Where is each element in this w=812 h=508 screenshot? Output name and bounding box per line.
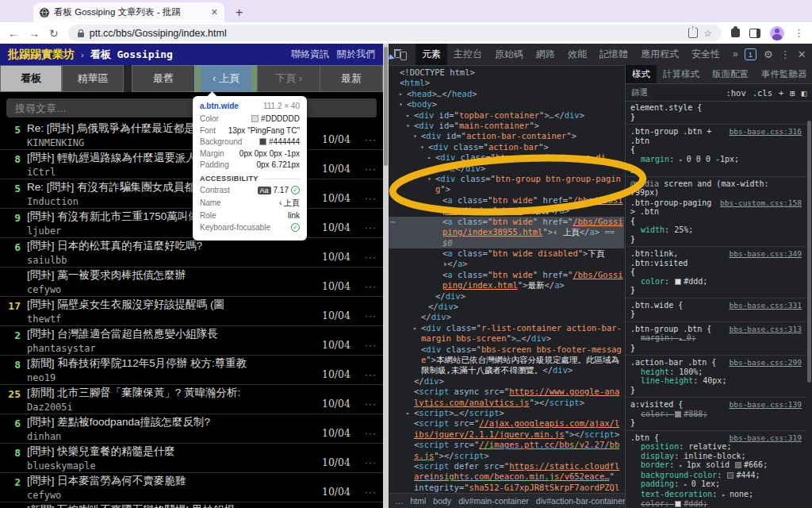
browser-tab[interactable]: 看板 Gossiping 文章列表 - 批踢 ✕ <box>33 2 224 22</box>
address-bar[interactable]: ptt.cc/bbs/Gossiping/index.html ☆ <box>68 25 722 41</box>
dom-tree-line[interactable]: <script async src="https://www.google-an… <box>389 387 624 408</box>
devtools-tab[interactable]: 原始碼 <box>488 44 530 65</box>
post-row[interactable]: 8[問卦] 輕軌經過路線為什麼還要派人指揮交iCtrl10/04··· <box>0 150 383 179</box>
styles-tab[interactable]: 樣式 <box>626 65 657 83</box>
devtools-tab[interactable]: » <box>726 44 745 65</box>
console-message-badge[interactable]: 1 <box>745 48 756 60</box>
tree-toggle-icon[interactable]: ▾ <box>399 99 403 110</box>
tree-toggle-icon[interactable]: ▸ <box>413 323 417 333</box>
dom-tree-line[interactable]: </div> <box>389 376 624 387</box>
css-rule[interactable]: element.style {} <box>626 101 806 125</box>
post-more-icon[interactable]: ··· <box>365 340 377 351</box>
post-more-icon[interactable]: ··· <box>365 398 377 410</box>
css-property[interactable]: padding: ▸ 0 1ex; <box>630 479 802 490</box>
css-property[interactable]: margin: ▸ 0; <box>630 333 802 344</box>
url-text[interactable]: ptt.cc/bbs/Gossiping/index.html <box>90 28 684 39</box>
dom-tree[interactable]: <!DOCTYPE html><html>▸<head>…</head>▾<bo… <box>389 67 624 494</box>
stylesheet-link[interactable]: bbs-base.css:319 <box>729 433 802 443</box>
post-more-icon[interactable]: ··· <box>365 222 377 233</box>
reload-icon[interactable]: ↻ <box>49 27 59 40</box>
stylesheet-link[interactable]: bbs-base.css:316 <box>729 127 802 137</box>
dom-tree-line[interactable]: ▸<script>…</script> <box>389 408 624 418</box>
post-row[interactable]: 9[問卦] 有沒有新北市三重1750萬叫做小資?ljuber10/04··· <box>0 209 383 238</box>
tree-toggle-icon[interactable]: ▾ <box>413 131 417 141</box>
css-rules[interactable]: element.style {}.btn-group .btn + .btnbb… <box>626 101 806 508</box>
styles-tab[interactable]: 版面配置 <box>706 65 755 83</box>
css-property[interactable]: position: relative; <box>630 442 802 452</box>
css-rule[interactable]: .btn-group .btn {bbs-base.css:313margin:… <box>626 322 806 356</box>
css-rule[interactable]: a:visited {bbs-base.css:139color: #888;} <box>626 398 806 431</box>
stylesheet-link[interactable]: bbs-base.css:299 <box>729 358 802 368</box>
stylesheet-link[interactable]: bbs-base.css:349 <box>729 249 802 259</box>
devtools-tab[interactable]: 應用程式 <box>634 44 685 65</box>
dom-tree-line[interactable]: <html> <box>389 78 624 88</box>
dom-tree-line[interactable]: ▸<div class="r-list-container action-bar… <box>389 323 624 344</box>
css-property[interactable]: margin: ▸ 0 0 0 -1px; <box>630 155 802 165</box>
css-rule[interactable]: .btn {bbs-base.css:319position: relative… <box>626 431 806 508</box>
stylesheet-link[interactable]: bbs-custom.css:158 <box>720 198 802 208</box>
tree-toggle-icon[interactable]: ▾ <box>406 121 410 131</box>
dom-tree-line[interactable]: <script src="//images.ptt.cc/bbs/v2.27/b… <box>389 440 624 461</box>
profile-avatar[interactable] <box>770 26 784 40</box>
bookmark-star-icon[interactable]: ☆ <box>703 28 712 39</box>
css-property[interactable]: color: #ddd; <box>630 277 802 287</box>
devtools-menu-icon[interactable]: ⋮ <box>780 48 791 60</box>
share-icon[interactable] <box>688 28 698 38</box>
breadcrumb-item[interactable]: div#main-container <box>458 496 529 506</box>
post-more-icon[interactable]: ··· <box>365 164 377 175</box>
post-more-icon[interactable]: ··· <box>365 281 377 292</box>
search-box[interactable] <box>6 98 377 117</box>
devtools-tab[interactable]: 網路 <box>530 44 561 65</box>
dir-button[interactable]: 看板 <box>0 65 62 92</box>
tab-close-icon[interactable]: ✕ <box>211 7 218 17</box>
css-rule[interactable]: @media screen and (max-width: 799px).btn… <box>626 177 806 248</box>
post-row[interactable]: 8[問卦] 快樂兒童餐的精髓是什麼blueskymaple10/04··· <box>0 444 383 473</box>
css-rule[interactable]: .btn.wide {bbs-base.css:331} <box>626 298 806 322</box>
post-row[interactable]: 2[問卦] 日本麥當勞為何不賣麥脆雞cefywo10/04··· <box>0 473 383 502</box>
post-more-icon[interactable]: ··· <box>365 369 377 380</box>
post-more-icon[interactable]: ··· <box>365 487 377 498</box>
tree-toggle-icon[interactable]: ▸ <box>399 89 403 99</box>
tree-toggle-icon[interactable]: ▾ <box>420 142 424 152</box>
devtools-tab[interactable]: 安全性 <box>685 44 726 65</box>
devtools-tab[interactable]: 主控台 <box>447 44 488 65</box>
tree-toggle-icon[interactable]: ▾ <box>427 174 431 184</box>
post-row[interactable]: 6[問卦] 日本的松茸真的有這麼好吃嗎?saiulbb10/04··· <box>0 238 383 267</box>
dom-tree-line[interactable]: ▾<div id="action-bar-container"> <box>389 131 624 141</box>
dom-tree-line[interactable]: </div> <box>389 312 624 322</box>
post-row[interactable]: 6[問卦] 差點被foodpanda撞該怎麼反制?dinhan10/04··· <box>0 414 383 444</box>
extensions-icon[interactable] <box>731 29 740 37</box>
breadcrumb-item[interactable]: div#action-bar-container <box>536 496 625 506</box>
css-property[interactable]: text-decoration: ▸ none; <box>630 490 802 500</box>
css-property[interactable]: border: ▸ 1px solid #666; <box>630 460 802 471</box>
back-icon[interactable]: ← <box>8 27 19 40</box>
browser-menu-icon[interactable]: ⋮ <box>794 27 804 39</box>
forward-icon[interactable]: → <box>29 27 40 40</box>
dom-tree-line[interactable]: <script src="//ajax.googleapis.com/ajax/… <box>389 418 624 440</box>
dom-tree-line[interactable]: <div class="bbs-screen bbs-footer-messag… <box>389 344 624 376</box>
dom-tree-line[interactable]: <!DOCTYPE html> <box>389 67 624 78</box>
styles-filter-control[interactable]: .cls <box>753 88 772 98</box>
styles-filter-control[interactable]: ◧ <box>802 88 806 98</box>
styles-filter-control[interactable]: + <box>779 88 783 98</box>
post-row[interactable]: 2[問卦] 台灣誰適合當超自然應變小組隊長phantasystar10/04··… <box>0 326 383 356</box>
paging-button[interactable]: ‹ 上頁 <box>194 65 258 92</box>
post-row[interactable]: 4[新聞] 互按喇叭不爽國五變格鬥場! 男抄鋁棍 <box>0 502 383 508</box>
post-more-icon[interactable]: ··· <box>365 310 377 321</box>
css-rule[interactable]: .action-bar .btn {bbs-base.css:299height… <box>626 356 806 398</box>
dom-tree-line[interactable]: <a class="btn wide disabled">下頁 ›</a> <box>389 248 624 270</box>
dom-tree-line[interactable]: </div> <box>389 291 624 302</box>
dom-tree-line[interactable]: ▾<div class="action-bar"> <box>389 142 624 152</box>
post-title[interactable]: [新聞] 互按喇叭不爽國五變格鬥場! 男抄鋁棍 <box>27 503 377 508</box>
dom-tree-line[interactable]: </div> <box>389 302 624 312</box>
stylesheet-link[interactable]: bbs-base.css:139 <box>729 400 802 410</box>
css-property[interactable]: line-height: 40px; <box>630 376 802 386</box>
dom-tree-line[interactable]: ▸<head>…</head> <box>389 89 624 99</box>
devtools-close-icon[interactable]: ✕ <box>798 48 806 60</box>
new-tab-button[interactable]: + <box>236 6 243 22</box>
post-more-icon[interactable]: ··· <box>365 193 377 204</box>
dom-tree-line[interactable]: <a class="btn wide" href="/bbs/Gossiping… <box>389 270 624 291</box>
breadcrumb-item[interactable]: html <box>411 496 427 506</box>
styles-tab[interactable]: 事件監聽器 <box>755 65 812 83</box>
post-row[interactable]: 17[問卦] 隔壁桌女生衣服沒穿好該提醒嗎 (圖thewtf10/04··· <box>0 297 383 326</box>
